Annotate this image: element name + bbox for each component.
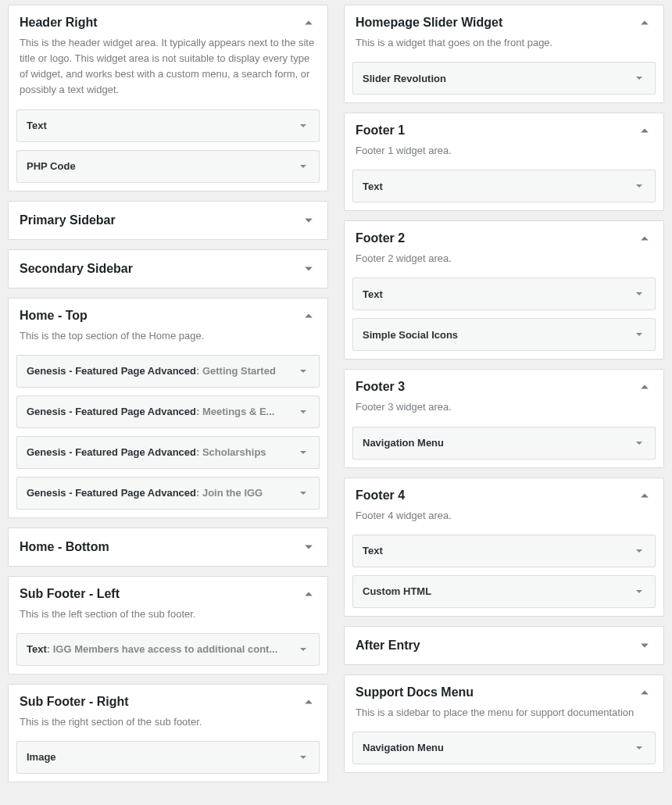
widget-item[interactable]: Image xyxy=(16,741,320,774)
widget-area-footer-4: Footer 4Footer 4 widget area.TextCustom … xyxy=(344,478,664,617)
widget-label: Text: IGG Members have access to additio… xyxy=(27,643,297,655)
widget-item[interactable]: Text xyxy=(352,170,656,202)
widget-area-after-entry: After Entry xyxy=(344,626,664,665)
widget-area-header-footer-1[interactable]: Footer 1 xyxy=(345,113,663,143)
widget-area-header-footer-2[interactable]: Footer 2 xyxy=(345,221,663,251)
widget-label: Text xyxy=(363,181,633,192)
chevron-down-icon[interactable] xyxy=(633,72,645,84)
widget-item[interactable]: Custom HTML xyxy=(352,575,656,608)
widget-area-homepage-slider-widget: Homepage Slider WidgetThis is a widget t… xyxy=(344,5,664,103)
widget-area-footer-2: Footer 2Footer 2 widget area.TextSimple … xyxy=(344,220,664,360)
widget-area-sub-footer-left: Sub Footer - LeftThis is the left sectio… xyxy=(8,576,328,674)
widget-list: Slider Revolution xyxy=(345,59,663,102)
widget-area-description: This is the top section of the Home page… xyxy=(9,328,327,352)
widget-label: Text xyxy=(363,545,633,556)
chevron-up-icon[interactable] xyxy=(301,586,316,602)
widget-area-header-home-top[interactable]: Home - Top xyxy=(9,299,327,328)
chevron-down-icon[interactable] xyxy=(297,160,309,173)
widget-area-description: This is a widget that goes on the front … xyxy=(345,35,663,59)
widget-area-description: This is the right section of the sub foo… xyxy=(9,714,327,738)
chevron-up-icon[interactable] xyxy=(301,15,316,30)
widget-area-description: Footer 1 widget area. xyxy=(345,143,663,166)
chevron-down-icon[interactable] xyxy=(297,446,309,459)
chevron-up-icon[interactable] xyxy=(637,231,652,246)
widget-item[interactable]: Navigation Menu xyxy=(352,732,656,764)
widget-item[interactable]: Genesis - Featured Page Advanced: Gettin… xyxy=(16,355,320,388)
chevron-down-icon[interactable] xyxy=(633,328,645,341)
chevron-down-icon[interactable] xyxy=(633,180,645,192)
widget-area-header-homepage-slider-widget[interactable]: Homepage Slider Widget xyxy=(345,5,663,35)
chevron-down-icon[interactable] xyxy=(301,539,316,555)
chevron-down-icon[interactable] xyxy=(297,406,309,418)
chevron-down-icon[interactable] xyxy=(297,643,309,656)
chevron-up-icon[interactable] xyxy=(637,685,652,700)
widget-item[interactable]: Text xyxy=(16,109,320,142)
widget-area-header-support-docs-menu[interactable]: Support Docs Menu xyxy=(345,675,663,705)
widget-area-description: This is a sidebar to place the menu for … xyxy=(345,705,663,728)
chevron-down-icon[interactable] xyxy=(633,288,645,300)
chevron-up-icon[interactable] xyxy=(637,488,652,503)
widget-item[interactable]: Genesis - Featured Page Advanced: Join t… xyxy=(16,477,320,510)
widget-area-title: Support Docs Menu xyxy=(356,685,637,699)
chevron-up-icon[interactable] xyxy=(637,15,652,30)
widget-item[interactable]: Text: IGG Members have access to additio… xyxy=(16,633,320,666)
widget-area-title: After Entry xyxy=(356,639,637,653)
widget-area-header-header-right[interactable]: Header Right xyxy=(9,5,327,35)
widget-list: Navigation Menu xyxy=(345,424,663,467)
chevron-up-icon[interactable] xyxy=(637,379,652,395)
chevron-down-icon[interactable] xyxy=(297,120,309,132)
widget-item[interactable]: Text xyxy=(352,535,656,567)
widget-area-title: Footer 3 xyxy=(356,380,637,394)
chevron-down-icon[interactable] xyxy=(637,638,652,653)
chevron-down-icon[interactable] xyxy=(633,585,645,598)
widget-area-sub-footer-right: Sub Footer - RightThis is the right sect… xyxy=(8,684,328,782)
widget-item[interactable]: Text xyxy=(352,277,656,310)
chevron-up-icon[interactable] xyxy=(637,123,652,138)
chevron-down-icon[interactable] xyxy=(633,545,645,557)
widget-list: Genesis - Featured Page Advanced: Gettin… xyxy=(9,352,327,517)
widget-area-secondary-sidebar: Secondary Sidebar xyxy=(8,249,328,288)
widget-area-title: Footer 1 xyxy=(356,123,637,138)
chevron-up-icon[interactable] xyxy=(301,308,316,324)
widget-item[interactable]: PHP Code xyxy=(16,150,320,183)
chevron-down-icon[interactable] xyxy=(301,213,316,228)
widget-area-description: This is the left section of the sub foot… xyxy=(9,606,327,630)
widget-label: Text xyxy=(363,288,633,300)
widget-item[interactable]: Navigation Menu xyxy=(352,427,656,460)
widget-area-primary-sidebar: Primary Sidebar xyxy=(8,201,328,240)
widget-area-title: Home - Bottom xyxy=(20,540,301,554)
widget-area-home-bottom: Home - Bottom xyxy=(8,528,328,567)
chevron-up-icon[interactable] xyxy=(301,694,316,710)
widget-item[interactable]: Simple Social Icons xyxy=(352,318,656,351)
chevron-down-icon[interactable] xyxy=(297,751,309,764)
widget-area-header-after-entry[interactable]: After Entry xyxy=(345,627,663,664)
widget-list: TextCustom HTML xyxy=(345,531,663,616)
widget-area-header-sub-footer-right[interactable]: Sub Footer - Right xyxy=(9,685,327,714)
widget-area-title: Home - Top xyxy=(20,309,301,323)
widget-area-title: Primary Sidebar xyxy=(20,213,301,227)
widget-label: Custom HTML xyxy=(363,585,633,597)
widget-item[interactable]: Genesis - Featured Page Advanced: Meetin… xyxy=(16,395,320,428)
widget-area-title: Sub Footer - Left xyxy=(20,587,301,601)
widget-label: Simple Social Icons xyxy=(363,329,633,341)
widget-item[interactable]: Genesis - Featured Page Advanced: Schola… xyxy=(16,436,320,469)
widget-area-title: Footer 2 xyxy=(356,231,637,245)
chevron-down-icon[interactable] xyxy=(297,365,309,377)
widget-item[interactable]: Slider Revolution xyxy=(352,62,656,95)
chevron-down-icon[interactable] xyxy=(633,437,645,449)
widget-label: Genesis - Featured Page Advanced: Schola… xyxy=(27,446,297,458)
widget-area-footer-3: Footer 3Footer 3 widget area.Navigation … xyxy=(344,369,664,467)
widget-label: Slider Revolution xyxy=(363,73,633,84)
widget-area-home-top: Home - TopThis is the top section of the… xyxy=(8,298,328,518)
widget-area-header-footer-3[interactable]: Footer 3 xyxy=(345,370,663,399)
widget-area-description: Footer 4 widget area. xyxy=(345,508,663,531)
widget-area-header-sub-footer-left[interactable]: Sub Footer - Left xyxy=(9,577,327,606)
widget-area-header-home-bottom[interactable]: Home - Bottom xyxy=(9,528,327,566)
chevron-down-icon[interactable] xyxy=(297,487,309,499)
widget-area-header-primary-sidebar[interactable]: Primary Sidebar xyxy=(9,202,327,239)
widget-area-header-footer-4[interactable]: Footer 4 xyxy=(345,478,663,508)
chevron-down-icon[interactable] xyxy=(633,742,645,754)
chevron-down-icon[interactable] xyxy=(301,261,316,277)
widget-area-title: Footer 4 xyxy=(356,488,637,503)
widget-area-header-secondary-sidebar[interactable]: Secondary Sidebar xyxy=(9,250,327,288)
